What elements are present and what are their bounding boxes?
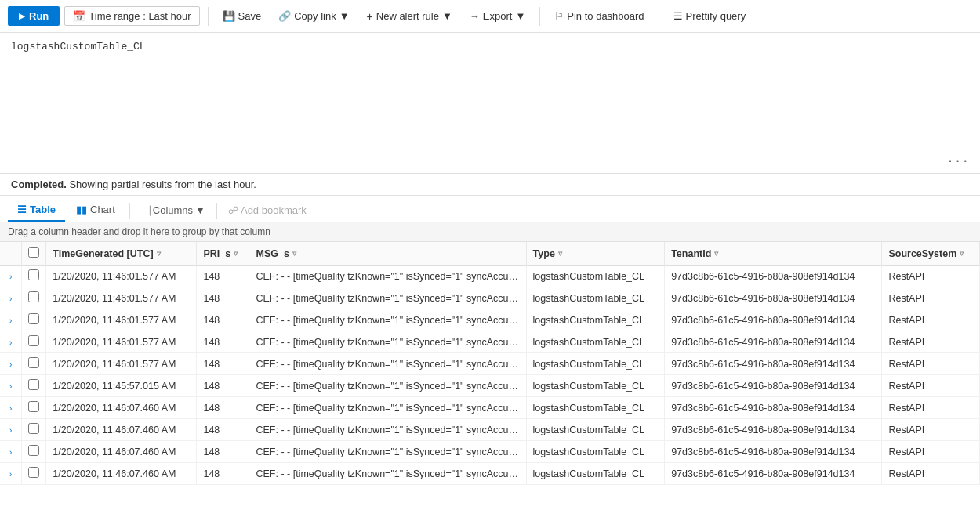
filter-type-icon[interactable]: ▿ <box>558 249 562 258</box>
filter-source-icon[interactable]: ▿ <box>960 249 964 258</box>
cell-type: logstashCustomTable_CL <box>526 353 665 375</box>
cell-pri: 148 <box>197 419 249 441</box>
run-button[interactable]: ▶ Run <box>8 6 60 26</box>
status-completed: Completed. <box>11 179 67 190</box>
row-expand-button[interactable]: › <box>6 316 15 325</box>
filter-time-icon[interactable]: ▿ <box>157 249 161 258</box>
tab-chart[interactable]: ▮▮ Chart <box>67 199 125 222</box>
cell-msg: CEF: - - [timeQuality tzKnown="1" isSync… <box>249 419 526 441</box>
prettify-icon: ☰ <box>673 10 683 22</box>
row-checkbox[interactable] <box>28 357 39 368</box>
query-text: logstashCustomTable_CL <box>11 41 146 52</box>
pin-to-dashboard-button[interactable]: ⚐ Pin to dashboard <box>548 7 650 25</box>
th-time[interactable]: TimeGenerated [UTC] ▿ <box>46 242 197 266</box>
table-tab-icon: ☰ <box>17 204 27 215</box>
filter-pri-icon[interactable]: ▿ <box>234 249 238 258</box>
row-checkbox[interactable] <box>28 313 39 324</box>
filter-tenant-icon[interactable]: ▿ <box>714 249 718 258</box>
filter-msg-icon[interactable]: ▿ <box>292 249 296 258</box>
data-table-wrapper[interactable]: TimeGenerated [UTC] ▿ PRI_s ▿ MSG_s ▿ <box>0 242 980 511</box>
pin-to-dashboard-label: Pin to dashboard <box>567 10 644 22</box>
cell-tenant: 97d3c8b6-61c5-4916-b80a-908ef914d134 <box>665 463 882 485</box>
cell-tenant: 97d3c8b6-61c5-4916-b80a-908ef914d134 <box>665 266 882 287</box>
data-table: TimeGenerated [UTC] ▿ PRI_s ▿ MSG_s ▿ <box>0 242 980 485</box>
new-alert-rule-label: New alert rule <box>376 10 439 22</box>
row-expand-button[interactable]: › <box>6 382 15 391</box>
cell-time: 1/20/2020, 11:46:01.577 AM <box>46 331 197 353</box>
row-expand-button[interactable]: › <box>6 448 15 457</box>
cell-tenant: 97d3c8b6-61c5-4916-b80a-908ef914d134 <box>665 309 882 331</box>
cell-tenant: 97d3c8b6-61c5-4916-b80a-908ef914d134 <box>665 441 882 463</box>
table-row: ›1/20/2020, 11:46:01.577 AM148CEF: - - [… <box>0 309 980 331</box>
th-time-label: TimeGenerated [UTC] <box>53 248 153 259</box>
cell-tenant: 97d3c8b6-61c5-4916-b80a-908ef914d134 <box>665 287 882 309</box>
save-button[interactable]: 💾 Save <box>216 7 268 25</box>
status-detail: Showing partial results from the last ho… <box>69 179 256 190</box>
th-type[interactable]: Type ▿ <box>526 242 665 266</box>
play-icon: ▶ <box>19 12 25 20</box>
new-alert-rule-button[interactable]: + New alert rule ▼ <box>361 7 459 26</box>
row-checkbox[interactable] <box>28 269 39 280</box>
time-range-button[interactable]: 📅 Time range : Last hour <box>64 6 199 26</box>
prettify-query-button[interactable]: ☰ Prettify query <box>667 7 753 25</box>
cell-pri: 148 <box>197 441 249 463</box>
save-icon: 💾 <box>223 10 235 22</box>
th-source[interactable]: SourceSystem ▿ <box>882 242 980 266</box>
bookmark-icon: ☍ <box>228 204 238 216</box>
row-expand-button[interactable]: › <box>6 360 15 369</box>
query-editor[interactable]: logstashCustomTable_CL ··· <box>0 33 980 174</box>
th-type-label: Type <box>533 248 555 259</box>
add-bookmark-button[interactable]: ☍ Add bookmark <box>222 201 313 219</box>
table-row: ›1/20/2020, 11:46:07.460 AM148CEF: - - [… <box>0 463 980 485</box>
link-icon: 🔗 <box>278 10 291 22</box>
plus-icon: + <box>367 10 373 23</box>
th-msg[interactable]: MSG_s ▿ <box>249 242 526 266</box>
row-checkbox[interactable] <box>28 445 39 456</box>
cell-type: logstashCustomTable_CL <box>526 331 665 353</box>
row-checkbox[interactable] <box>28 423 39 434</box>
cell-time: 1/20/2020, 11:46:07.460 AM <box>46 419 197 441</box>
drag-hint: Drag a column header and drop it here to… <box>0 222 980 242</box>
calendar-icon: 📅 <box>73 10 85 22</box>
cell-type: logstashCustomTable_CL <box>526 419 665 441</box>
cell-pri: 148 <box>197 375 249 397</box>
prettify-query-label: Prettify query <box>686 10 746 22</box>
row-checkbox[interactable] <box>28 467 39 478</box>
chevron-down-icon-2: ▼ <box>442 10 452 22</box>
cell-time: 1/20/2020, 11:46:07.460 AM <box>46 463 197 485</box>
cell-time: 1/20/2020, 11:46:01.577 AM <box>46 353 197 375</box>
columns-icon: ⎹ <box>141 204 151 217</box>
cell-pri: 148 <box>197 397 249 419</box>
cell-msg: CEF: - - [timeQuality tzKnown="1" isSync… <box>249 463 526 485</box>
time-range-label: Time range : Last hour <box>89 10 191 22</box>
row-checkbox[interactable] <box>28 291 39 302</box>
th-pri[interactable]: PRI_s ▿ <box>197 242 249 266</box>
th-tenant[interactable]: TenantId ▿ <box>665 242 882 266</box>
row-expand-button[interactable]: › <box>6 426 15 435</box>
copy-link-button[interactable]: 🔗 Copy link ▼ <box>272 7 355 25</box>
query-expand-icon[interactable]: ··· <box>946 154 969 168</box>
row-expand-button[interactable]: › <box>6 470 15 479</box>
row-expand-button[interactable]: › <box>6 404 15 413</box>
columns-label: Columns <box>153 204 193 216</box>
save-label: Save <box>238 10 262 22</box>
table-row: ›1/20/2020, 11:46:01.577 AM148CEF: - - [… <box>0 353 980 375</box>
cell-type: logstashCustomTable_CL <box>526 287 665 309</box>
select-all-checkbox[interactable] <box>28 247 39 258</box>
row-checkbox[interactable] <box>28 379 39 390</box>
row-checkbox[interactable] <box>28 401 39 412</box>
tab-separator <box>129 203 130 219</box>
cell-msg: CEF: - - [timeQuality tzKnown="1" isSync… <box>249 287 526 309</box>
row-expand-button[interactable]: › <box>6 295 15 303</box>
columns-button[interactable]: ⎹ Columns ▼ <box>135 201 212 220</box>
row-expand-button[interactable]: › <box>6 273 15 281</box>
tab-chart-label: Chart <box>90 204 115 215</box>
row-expand-button[interactable]: › <box>6 338 15 347</box>
th-source-label: SourceSystem <box>888 248 956 259</box>
table-row: ›1/20/2020, 11:46:07.460 AM148CEF: - - [… <box>0 397 980 419</box>
export-button[interactable]: → Export ▼ <box>463 7 532 25</box>
row-checkbox[interactable] <box>28 335 39 346</box>
cell-time: 1/20/2020, 11:46:01.577 AM <box>46 287 197 309</box>
tab-table[interactable]: ☰ Table <box>8 199 65 222</box>
cell-pri: 148 <box>197 463 249 485</box>
